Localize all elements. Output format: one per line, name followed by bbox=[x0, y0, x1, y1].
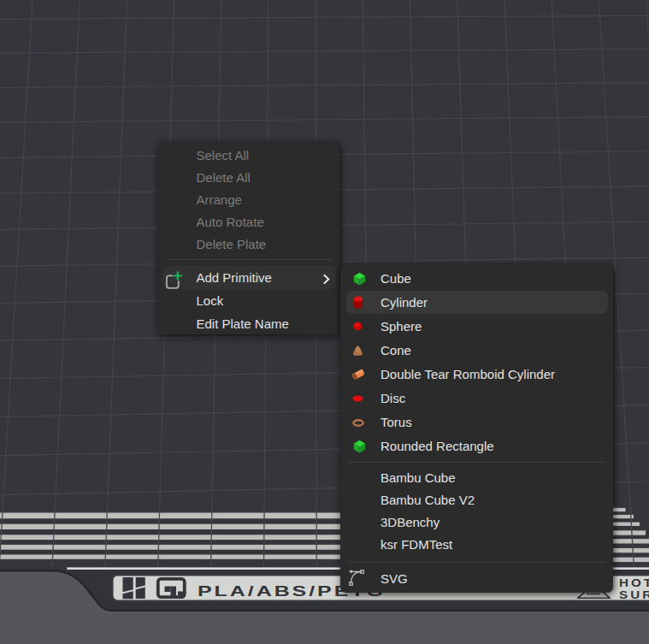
svg-text:SURF: SURF bbox=[619, 588, 649, 601]
